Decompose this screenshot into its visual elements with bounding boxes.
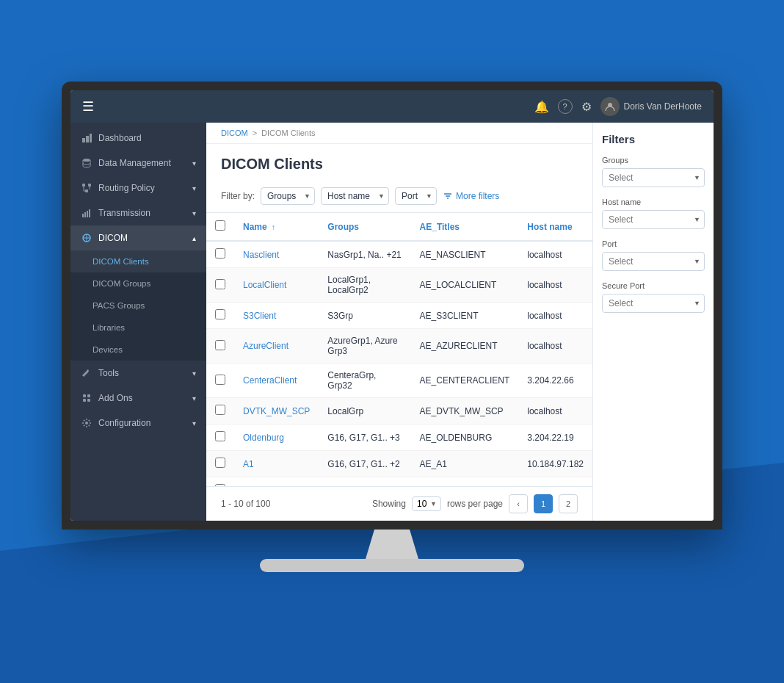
sidebar-item-tools[interactable]: Tools ▾ (70, 361, 206, 386)
groups-filter-wrapper: Groups (261, 187, 315, 205)
filter-port-select[interactable]: Select (602, 252, 705, 271)
user-info: Doris Van DerHoote (600, 97, 703, 116)
sidebar-item-transmission[interactable]: Transmission ▾ (70, 200, 206, 225)
page-title: DICOM Clients (221, 156, 578, 173)
pagination-range: 1 - 10 of 100 (221, 499, 270, 509)
row-name[interactable]: S3Client (234, 303, 319, 329)
filter-groups-select[interactable]: Select (602, 168, 705, 187)
row-name[interactable]: Nasclient (234, 241, 319, 268)
row-ae-title: AE_S3CLIENT (411, 303, 519, 329)
sidebar-item-dicom[interactable]: DICOM ▴ (70, 225, 206, 250)
row-checkbox-cell[interactable] (206, 398, 234, 424)
table-row: AzureClient AzureGrp1, Azure Grp3 AE_AZU… (206, 329, 592, 364)
svg-rect-3 (90, 134, 92, 142)
breadcrumb-parent[interactable]: DICOM (221, 129, 248, 137)
row-name[interactable]: A1 (234, 451, 319, 477)
prev-page-button[interactable]: ‹ (509, 494, 528, 513)
svg-rect-13 (87, 211, 88, 217)
addons-icon (81, 392, 92, 404)
row-checkbox-cell[interactable] (206, 329, 234, 364)
row-name[interactable]: Oldenburg (234, 424, 319, 451)
row-name[interactable]: AzureClient (234, 329, 319, 364)
sidebar-item-dicom-clients[interactable]: DICOM Clients (70, 250, 206, 272)
sidebar-item-libraries[interactable]: Libraries (70, 317, 206, 339)
col-name[interactable]: Name ↑ (234, 213, 319, 241)
sidebar-label-dicom: DICOM (98, 233, 128, 243)
row-groups: G16, G17, G1.. +3 (319, 424, 410, 451)
svg-point-4 (83, 159, 90, 162)
filter-group-hostname: Host name Select (602, 198, 705, 229)
addons-label: Add Ons (98, 393, 133, 403)
bell-icon[interactable]: 🔔 (534, 100, 549, 114)
row-checkbox[interactable] (215, 375, 225, 385)
help-icon[interactable]: ? (558, 99, 573, 114)
rows-per-page-select[interactable]: 10 25 50 (412, 496, 441, 511)
row-checkbox-cell[interactable] (206, 451, 234, 477)
filter-groups-select-wrapper: Select (602, 168, 705, 187)
filter-group-groups-label: Groups (602, 156, 705, 165)
page-1-button[interactable]: 1 (534, 494, 553, 513)
row-checkbox-cell[interactable] (206, 424, 234, 451)
row-checkbox-cell[interactable] (206, 241, 234, 268)
col-ae-titles[interactable]: AE_Titles (411, 213, 519, 241)
pacs-groups-label: PACS Groups (92, 301, 145, 310)
row-host: localhost (518, 477, 592, 487)
sidebar-item-routing-policy[interactable]: Routing Policy ▾ (70, 176, 206, 200)
row-checkbox[interactable] (215, 458, 225, 468)
hostname-filter[interactable]: Host name (321, 187, 389, 205)
sidebar-item-configuration[interactable]: Configuration ▾ (70, 411, 206, 436)
svg-rect-14 (89, 209, 90, 217)
table-row: DVTK_MW_SCP LocalGrp AE_DVTK_MW_SCP loca… (206, 398, 592, 424)
sidebar-item-pacs-groups[interactable]: PACS Groups (70, 294, 206, 317)
rows-per-page-label: rows per page (447, 499, 503, 509)
sidebar-item-dashboard[interactable]: Dashboard (70, 126, 206, 151)
sidebar-item-devices[interactable]: Devices (70, 339, 206, 361)
routing-icon (81, 182, 92, 194)
row-ae-title: AE_A2 (411, 477, 519, 487)
sidebar-item-addons[interactable]: Add Ons ▾ (70, 386, 206, 411)
row-host: localhost (518, 268, 592, 303)
col-host-name[interactable]: Host name (518, 213, 592, 241)
filter-group-port: Port Select (602, 239, 705, 271)
row-groups: LocalGrp1, LocalGrp2 (319, 268, 410, 303)
row-checkbox[interactable] (215, 248, 225, 259)
hamburger-icon[interactable]: ☰ (82, 98, 94, 115)
select-all-checkbox[interactable] (215, 220, 225, 231)
row-checkbox[interactable] (215, 309, 225, 319)
row-checkbox-cell[interactable] (206, 364, 234, 398)
sidebar-item-data-management[interactable]: Data Management ▾ (70, 151, 206, 176)
libraries-label: Libraries (92, 323, 125, 332)
filter-hostname-select[interactable]: Select (602, 210, 705, 229)
tools-label: Tools (98, 368, 119, 378)
row-checkbox[interactable] (215, 340, 225, 350)
sidebar-label-transmission: Transmission (98, 208, 150, 218)
dicom-clients-table: Name ↑ Groups AE_Titles Host name (206, 213, 592, 486)
row-name[interactable]: CenteraClient (234, 364, 319, 398)
row-ae-title: AE_NASCLIENT (411, 241, 519, 268)
svg-rect-21 (87, 399, 90, 402)
sidebar-label-dashboard: Dashboard (98, 133, 142, 143)
sidebar-item-dicom-groups[interactable]: DICOM Groups (70, 272, 206, 294)
groups-filter[interactable]: Groups (261, 187, 315, 205)
data-management-icon (81, 157, 92, 169)
col-groups[interactable]: Groups (319, 213, 410, 241)
row-checkbox-cell[interactable] (206, 303, 234, 329)
settings-icon[interactable]: ⚙ (581, 100, 592, 114)
row-groups: NasGrp1, Na.. +21 (319, 241, 410, 268)
page-2-button[interactable]: 2 (559, 494, 578, 513)
row-checkbox-cell[interactable] (206, 268, 234, 303)
row-checkbox[interactable] (215, 431, 225, 441)
row-name[interactable]: LocalClient (234, 268, 319, 303)
row-name[interactable]: A2 (234, 477, 319, 487)
more-filters-button[interactable]: More filters (443, 191, 499, 201)
row-checkbox-cell[interactable] (206, 477, 234, 487)
port-filter[interactable]: Port (395, 187, 437, 205)
row-groups: S3Grp (319, 303, 410, 329)
monitor-base (260, 559, 524, 572)
table-row: A2 Grp2, LocalGrp2 AE_A2 localhost (206, 477, 592, 487)
row-checkbox[interactable] (215, 279, 225, 289)
filter-secure-port-select[interactable]: Select (602, 294, 705, 313)
chevron-down-icon: ▾ (192, 159, 196, 167)
row-checkbox[interactable] (215, 405, 225, 415)
row-name[interactable]: DVTK_MW_SCP (234, 398, 319, 424)
